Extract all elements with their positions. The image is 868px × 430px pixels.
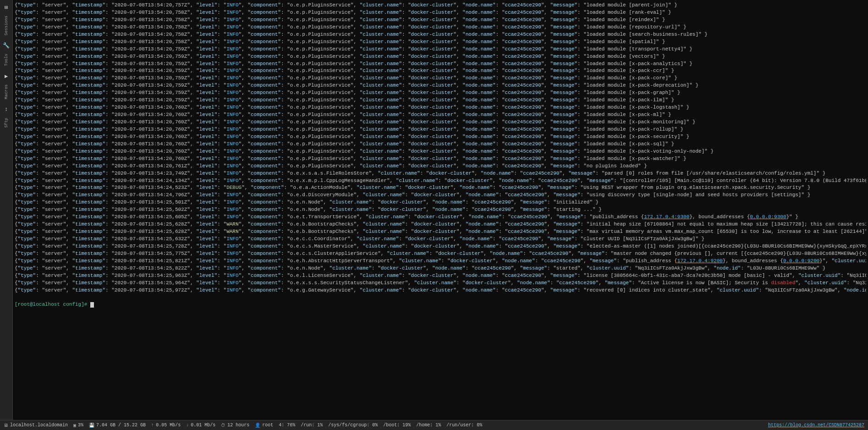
log-line: {"type": "server", "timestamp": "2020-07… <box>15 280 866 287</box>
log-line: {"type": "server", "timestamp": "2020-07… <box>15 24 866 31</box>
statusbar-hostname: 🖥 localhost.localdomain <box>4 423 68 428</box>
home-label: /home: 1% <box>416 423 441 428</box>
terminal-area[interactable]: {"type": "server", "timestamp": "2020-07… <box>0 0 868 420</box>
log-line: {"type": "server", "timestamp": "2020-07… <box>15 133 866 141</box>
statusbar-memory: 💾 7.04 GB / 15.22 GB <box>89 423 146 428</box>
download-label: 0.01 Mb/s <box>191 423 215 428</box>
log-line: {"type": "server", "timestamp": "2020-07… <box>15 126 866 133</box>
sidebar-icon-sftp[interactable]: ↕ <box>1 104 12 115</box>
sidebar-icon-tools[interactable]: 🔧 <box>1 40 12 51</box>
log-line: {"type": "server", "timestamp": "2020-07… <box>15 111 866 119</box>
sidebar-icon-sessions[interactable]: ⊞ <box>1 2 12 13</box>
left-sidebar: ⊞ Sessions 🔧 Tools ▶ Macros ↕ Sftp <box>0 0 13 420</box>
hostname-icon: 🖥 <box>4 423 8 428</box>
cgroup-label: /sys/fs/cgroup: 0% <box>328 423 378 428</box>
log-line: {"type": "server", "timestamp": "2020-07… <box>15 141 866 148</box>
log-line: {"type": "server", "timestamp": "2020-07… <box>15 221 866 228</box>
run-label: /run: 1% <box>301 423 323 428</box>
log-line: {"type": "server", "timestamp": "2020-07… <box>15 2 866 9</box>
sessions-label: Sessions <box>4 16 9 35</box>
sftp-label: Sftp <box>4 118 9 128</box>
statusbar-uptime: ⏱ 12 hours <box>221 423 249 428</box>
log-line: {"type": "server", "timestamp": "2020-07… <box>15 104 866 111</box>
run-user-label: /run/user: 0% <box>446 423 482 428</box>
user-icon: 👤 <box>255 423 260 428</box>
memory-icon: 💾 <box>89 423 94 428</box>
uptime-icon: ⏱ <box>221 423 225 428</box>
log-line: {"type": "server", "timestamp": "2020-07… <box>15 199 866 206</box>
log-line: {"type": "server", "timestamp": "2020-07… <box>15 155 866 163</box>
cpu-label: 3% <box>78 423 83 428</box>
log-line: {"type": "server", "timestamp": "2020-07… <box>15 148 866 155</box>
sftp-icon: ↕ <box>5 106 8 113</box>
sidebar-icon-macros[interactable]: ▶ <box>1 71 12 82</box>
log-line: {"type": "server", "timestamp": "2020-07… <box>15 192 866 199</box>
log-content: {"type": "server", "timestamp": "2020-07… <box>15 1 866 419</box>
log-line: {"type": "server", "timestamp": "2020-07… <box>15 119 866 126</box>
log-line: {"type": "server", "timestamp": "2020-07… <box>15 228 866 236</box>
tools-label: Tools <box>4 54 9 66</box>
statusbar-boot: /boot: 19% <box>383 423 411 428</box>
log-line: {"type": "server", "timestamp": "2020-07… <box>15 243 866 250</box>
statusbar-cgroup: /sys/fs/cgroup: 0% <box>328 423 378 428</box>
log-line: {"type": "server", "timestamp": "2020-07… <box>15 206 866 214</box>
log-line: {"type": "server", "timestamp": "2020-07… <box>15 89 866 97</box>
macros-icon: ▶ <box>5 73 8 80</box>
log-line: {"type": "server", "timestamp": "2020-07… <box>15 265 866 272</box>
main-container: ⊞ Sessions 🔧 Tools ▶ Macros ↕ Sftp {"typ… <box>0 0 868 430</box>
user-label: root <box>262 423 273 428</box>
statusbar-run-user: /run/user: 0% <box>446 423 482 428</box>
statusbar-home: /home: 1% <box>416 423 441 428</box>
log-line: {"type": "server", "timestamp": "2020-07… <box>15 236 866 243</box>
log-line: {"type": "server", "timestamp": "2020-07… <box>15 163 866 170</box>
log-line: {"type": "server", "timestamp": "2020-07… <box>15 17 866 24</box>
download-icon: ↓ <box>186 423 189 428</box>
cpu-icon: ▣ <box>73 423 76 428</box>
prompt-line: [root@localhost config]# <box>15 301 866 309</box>
log-line: {"type": "server", "timestamp": "2020-07… <box>15 170 866 177</box>
log-line: {"type": "server", "timestamp": "2020-07… <box>15 75 866 82</box>
hostname-label: localhost.localdomain <box>10 423 68 428</box>
log-line: {"type": "server", "timestamp": "2020-07… <box>15 46 866 53</box>
log-line: {"type": "server", "timestamp": "2020-07… <box>15 31 866 39</box>
statusbar-upload: ↑ 0.05 Mb/s <box>151 423 181 428</box>
upload-icon: ↑ <box>151 423 154 428</box>
log-line: {"type": "server", "timestamp": "2020-07… <box>15 82 866 89</box>
sessions-icon: ⊞ <box>5 4 8 11</box>
log-line: {"type": "server", "timestamp": "2020-07… <box>15 67 866 75</box>
log-line: {"type": "server", "timestamp": "2020-07… <box>15 258 866 265</box>
statusbar-cpu: ▣ 3% <box>73 423 83 428</box>
log-line: {"type": "server", "timestamp": "2020-07… <box>15 53 866 61</box>
log-empty-line <box>15 294 866 302</box>
log-line: {"type": "server", "timestamp": "2020-07… <box>15 177 866 185</box>
upload-label: 0.05 Mb/s <box>156 423 181 428</box>
uptime-label: 12 hours <box>227 423 249 428</box>
statusbar-user: 👤 root <box>255 423 273 428</box>
log-line: {"type": "server", "timestamp": "2020-07… <box>15 39 866 46</box>
statusbar: 🖥 localhost.localdomain ▣ 3% 💾 7.04 GB /… <box>0 420 868 430</box>
url-label: https://blog.csdn.net/CSDN877425287 <box>768 423 864 428</box>
boot-label: /boot: 19% <box>383 423 411 428</box>
statusbar-cpu-detail: 4: 76% <box>279 423 295 428</box>
log-line: {"type": "server", "timestamp": "2020-07… <box>15 250 866 258</box>
statusbar-run: /run: 1% <box>301 423 323 428</box>
log-line: {"type": "server", "timestamp": "2020-07… <box>15 214 866 221</box>
log-line: {"type": "server", "timestamp": "2020-07… <box>15 287 866 294</box>
cpu-detail-label: 4: 76% <box>279 423 295 428</box>
log-line: {"type": "server", "timestamp": "2020-07… <box>15 9 866 17</box>
memory-label: 7.04 GB / 15.22 GB <box>96 423 146 428</box>
tools-icon: 🔧 <box>3 42 10 49</box>
macros-label: Macros <box>4 84 9 99</box>
statusbar-download: ↓ 0.01 Mb/s <box>186 423 215 428</box>
statusbar-url[interactable]: https://blog.csdn.net/CSDN877425287 <box>768 423 864 428</box>
log-line: {"type": "server", "timestamp": "2020-07… <box>15 61 866 68</box>
log-line: {"type": "server", "timestamp": "2020-07… <box>15 272 866 280</box>
log-line: {"type": "server", "timestamp": "2020-07… <box>15 184 866 192</box>
log-line: {"type": "server", "timestamp": "2020-07… <box>15 97 866 104</box>
